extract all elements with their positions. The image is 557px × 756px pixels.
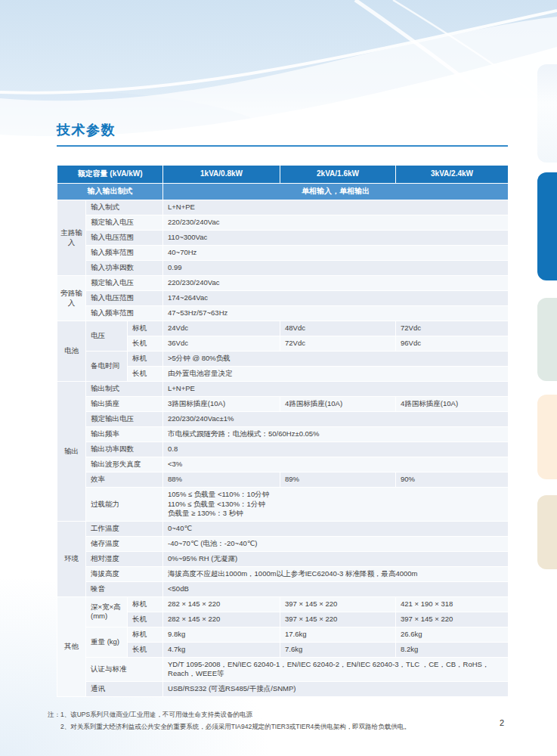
table-row: 海拔高度 海拔高度不应超出1000m，1000m以上参考IEC62040-3 标…	[57, 566, 509, 581]
table-row: 额定输入电压 220/230/240Vac	[57, 215, 509, 231]
spec-value: 47~53Hz/57~63Hz	[163, 306, 509, 321]
spec-label: 效率	[86, 472, 163, 488]
spec-value: 9.8kg	[163, 627, 280, 642]
spec-value: <3%	[163, 457, 509, 472]
table-row: 备电时间 标机 >5分钟 @ 80%负载	[57, 352, 509, 367]
group-bypass-input: 旁路输入	[57, 276, 86, 321]
spec-value: 0%~95% RH (无凝露)	[163, 551, 509, 566]
spec-value: 8.2kg	[396, 642, 509, 657]
table-row: 输入频率范围 40~70Hz	[57, 246, 509, 261]
spec-value: 40~70Hz	[163, 246, 509, 261]
table-row: 输出波形失真度 <3%	[57, 457, 509, 472]
spec-label: 输入电压范围	[86, 231, 163, 246]
spec-value: L+N+PE	[163, 382, 509, 397]
decorative-waves-top	[0, 0, 557, 189]
note-1: 1、该UPS系列只做商业/工业用途，不可用做生命支持类设备的电源	[60, 711, 252, 718]
spec-label: 海拔高度	[86, 566, 163, 581]
footnote-line-1: 注：1、该UPS系列只做商业/工业用途，不可用做生命支持类设备的电源	[48, 708, 410, 720]
note-2: 2、对关系到重大经济利益或公共安全的重要系统，必须采用TIA942规定的TIER…	[60, 723, 410, 730]
table-row: 相对湿度 0%~95% RH (无凝露)	[57, 551, 509, 566]
side-tab-4	[537, 395, 557, 479]
spec-value: -40~70℃ (电池：-20~40℃)	[163, 536, 509, 551]
page-number: 2	[500, 718, 504, 727]
spec-value: 0~40℃	[163, 521, 509, 536]
header-col-3kva: 3kVA/2.4kW	[396, 166, 509, 184]
spec-label: 过载能力	[86, 488, 163, 522]
page-title: 技术参数	[57, 121, 116, 139]
table-row: 储存温度 -40~70℃ (电池：-20~40℃)	[57, 536, 509, 551]
group-battery: 电池	[57, 321, 86, 382]
spec-value: 26.6kg	[396, 627, 509, 642]
group-main-input: 主路输入	[57, 200, 86, 276]
spec-label: 备电时间	[86, 352, 128, 382]
spec-value: 89%	[280, 472, 396, 488]
spec-label: 储存温度	[86, 536, 163, 551]
spec-value: YD/T 1095-2008，EN/IEC 62040-1，EN/IEC 620…	[163, 657, 509, 681]
table-row: 认证与标准 YD/T 1095-2008，EN/IEC 62040-1，EN/I…	[57, 657, 509, 681]
table-row: 输出插座 3路国标插座(10A) 4路国标插座(10A) 4路国标插座(10A)	[57, 397, 509, 412]
spec-label: 电压	[86, 321, 128, 352]
spec-table: 额定容量 (kVA/kW) 1kVA/0.8kW 2kVA/1.6kW 3kVA…	[57, 165, 509, 697]
spec-value: 0.8	[163, 442, 509, 457]
spec-value: 4路国标插座(10A)	[396, 397, 509, 412]
spec-sublabel: 长机	[128, 336, 163, 352]
group-other: 其他	[57, 596, 86, 696]
title-underline	[57, 145, 508, 147]
spec-value: 397 × 145 × 220	[396, 612, 509, 627]
spec-value: 105% ≤ 负载量 <110%：10分钟 110% ≤ 负载量 <130%：1…	[163, 488, 509, 522]
spec-label: 输出波形失真度	[86, 457, 163, 472]
table-row: 环境 工作温度 0~40℃	[57, 521, 509, 536]
spec-value: USB/RS232 (可选RS485/干接点/SNMP)	[163, 681, 509, 696]
spec-label: 重量 (kg)	[86, 627, 128, 657]
spec-value: 110~300Vac	[163, 231, 509, 246]
spec-label: 输出插座	[86, 397, 163, 412]
header-rating-label: 额定容量 (kVA/kW)	[57, 166, 163, 184]
spec-label: 工作温度	[86, 521, 163, 536]
spec-value: 282 × 145 × 220	[163, 612, 280, 627]
spec-label: 认证与标准	[86, 657, 163, 681]
table-row: 过载能力 105% ≤ 负载量 <110%：10分钟 110% ≤ 负载量 <1…	[57, 488, 509, 522]
spec-value: 由外置电池容量决定	[163, 367, 509, 382]
spec-sublabel: 长机	[128, 367, 163, 382]
footnotes: 注：1、该UPS系列只做商业/工业用途，不可用做生命支持类设备的电源 2、对关系…	[48, 708, 410, 733]
spec-label: 深×宽×高 (mm)	[86, 596, 128, 627]
spec-label: 输出频率	[86, 427, 163, 442]
spec-value: 90%	[396, 472, 509, 488]
spec-value: 220/230/240Vac	[163, 276, 509, 291]
table-row: 旁路输入 额定输入电压 220/230/240Vac	[57, 276, 509, 291]
side-tab-2-active	[537, 172, 557, 280]
spec-value: 96Vdc	[396, 336, 509, 352]
io-mode-value: 单相输入，单相输出	[163, 184, 509, 200]
spec-sublabel: 标机	[128, 321, 163, 336]
table-row: 额定输出电压 220/230/240Vac±1%	[57, 412, 509, 427]
spec-sublabel: 长机	[128, 642, 163, 657]
header-col-1kva: 1kVA/0.8kW	[163, 166, 280, 184]
spec-sublabel: 标机	[128, 627, 163, 642]
spec-value: 48Vdc	[280, 321, 396, 336]
side-tab-5	[537, 495, 557, 569]
spec-value: 220/230/240Vac	[163, 215, 509, 231]
spec-value: 4路国标插座(10A)	[280, 397, 396, 412]
spec-value: 72Vdc	[280, 336, 396, 352]
spec-value: L+N+PE	[163, 200, 509, 215]
table-row: 通讯 USB/RS232 (可选RS485/干接点/SNMP)	[57, 681, 509, 696]
spec-label: 相对湿度	[86, 551, 163, 566]
spec-label: 输入频率范围	[86, 306, 163, 321]
table-row: 噪音 <50dB	[57, 581, 509, 596]
table-row: 主路输入 输入制式 L+N+PE	[57, 200, 509, 215]
spec-label: 输入频率范围	[86, 246, 163, 261]
spec-value: 海拔高度不应超出1000m，1000m以上参考IEC62040-3 标准降额，最…	[163, 566, 509, 581]
spec-value: 421 × 190 × 318	[396, 596, 509, 612]
spec-label: 输出功率因数	[86, 442, 163, 457]
spec-label: 输入功率因数	[86, 261, 163, 276]
side-tab-1	[537, 64, 557, 163]
spec-value: 4.7kg	[163, 642, 280, 657]
table-row: 输入频率范围 47~53Hz/57~63Hz	[57, 306, 509, 321]
group-environment: 环境	[57, 521, 86, 596]
spec-sublabel: 长机	[128, 612, 163, 627]
spec-value: 24Vdc	[163, 321, 280, 336]
table-row: 输出频率 市电模式跟随旁路；电池模式：50/60Hz±0.05%	[57, 427, 509, 442]
spec-value: 397 × 145 × 220	[280, 596, 396, 612]
footnote-line-2: 2、对关系到重大经济利益或公共安全的重要系统，必须采用TIA942规定的TIER…	[48, 720, 410, 733]
table-row: 输入电压范围 174~264Vac	[57, 291, 509, 306]
